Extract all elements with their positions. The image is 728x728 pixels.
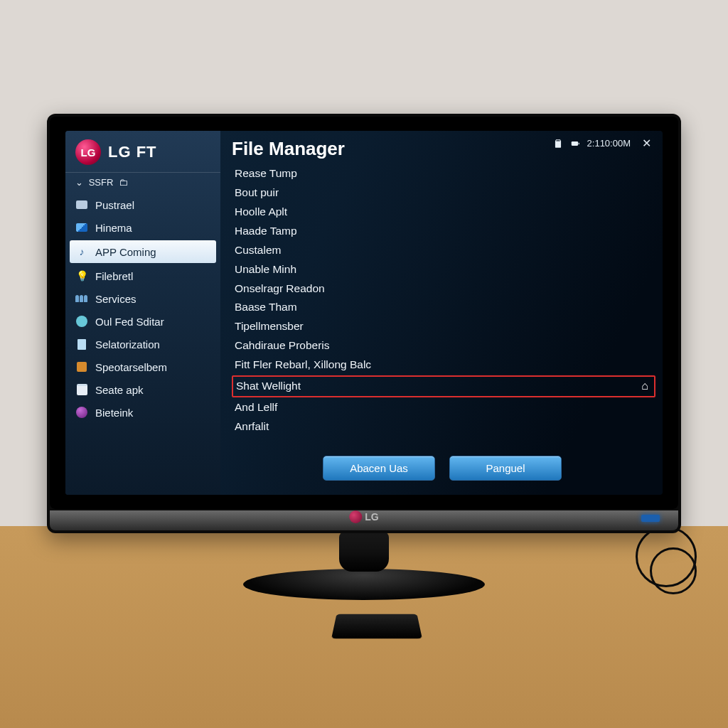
file-item-8[interactable]: Tipellmensber	[232, 317, 655, 336]
sidebar-item-8[interactable]: Seate apk	[65, 378, 220, 401]
file-item-label: Custalem	[235, 244, 281, 256]
primary-action-button[interactable]: Abacen Uas	[323, 456, 435, 481]
tv-stand-base	[243, 569, 485, 600]
file-item-label: Hoolle Aplt	[235, 205, 287, 218]
sidebar-category-label: SSFR	[89, 177, 114, 188]
file-item-11[interactable]: Shat Wellight⌂	[232, 375, 655, 397]
file-item-label: Anrfalit	[235, 420, 269, 432]
sidebar-list: PustraelHinema♪APP Coming💡FilebretlServi…	[65, 192, 220, 424]
tv-frame: 2:110:00M ✕ LG LG FT SSFR 🗀 Pus	[47, 114, 681, 533]
sidebar-item-label: Oul Fed Sditar	[95, 316, 164, 328]
screen: 2:110:00M ✕ LG LG FT SSFR 🗀 Pus	[65, 131, 663, 495]
sidebar-item-9[interactable]: Bieteink	[65, 401, 220, 424]
scene-root: 2:110:00M ✕ LG LG FT SSFR 🗀 Pus	[0, 0, 728, 728]
folder-icon: 🗀	[119, 177, 128, 188]
brand-block: LG LG FT	[65, 131, 220, 172]
sidebar-item-label: APP Coming	[95, 246, 156, 258]
bag-icon	[75, 383, 88, 396]
secondary-action-button[interactable]: Panguel	[449, 456, 562, 481]
tv-brand-badge: LG	[349, 510, 378, 523]
music-icon: ♪	[75, 245, 88, 258]
sidebar-item-4[interactable]: Services	[65, 287, 220, 310]
sidebar-item-2[interactable]: ♪APP Coming	[70, 240, 216, 263]
file-item-6[interactable]: Onselragr Readon	[232, 279, 655, 299]
file-item-7[interactable]: Baase Tham	[232, 298, 655, 317]
file-list: Rease TumpBout puirHoolle ApltHaade Tamp…	[229, 164, 655, 437]
file-item-label: Shat Wellight	[236, 380, 301, 392]
sidebar-category[interactable]: SSFR 🗀	[65, 172, 220, 192]
sidebar-item-label: Bieteink	[95, 407, 133, 419]
home-icon: ⌂	[641, 378, 648, 394]
sidebar-item-label: Selatorization	[95, 338, 160, 350]
sidebar-item-6[interactable]: Selatorization	[65, 333, 220, 355]
file-item-1[interactable]: Bout puir	[232, 183, 655, 203]
sidebar-item-label: Speotarselbem	[95, 361, 167, 373]
file-item-4[interactable]: Custalem	[232, 241, 655, 260]
sidebar-item-5[interactable]: Oul Fed Sditar	[65, 310, 220, 333]
file-item-9[interactable]: Cahdiraue Proberis	[232, 336, 655, 355]
sidebar-item-label: Seate apk	[95, 384, 144, 396]
main-panel: File Manager Rease TumpBout puirHoolle A…	[229, 135, 655, 489]
gear-icon	[75, 315, 88, 328]
sidebar: LG LG FT SSFR 🗀 PustraelHinema♪APP Comin…	[65, 131, 220, 495]
sidebar-item-label: Hinema	[95, 222, 132, 234]
sidebar-item-3[interactable]: 💡Filebretl	[65, 264, 220, 287]
cable-bundle	[628, 519, 714, 619]
brand-title: LG FT	[108, 143, 157, 161]
bulb-icon: 💡	[75, 269, 88, 282]
page-icon	[75, 338, 88, 350]
file-item-label: Baase Tham	[235, 301, 297, 313]
tv-brand-text: LG	[365, 511, 378, 523]
file-item-label: Tipellmensber	[235, 320, 304, 332]
page-title: File Manager	[232, 138, 655, 160]
tv-bezel: 2:110:00M ✕ LG LG FT SSFR 🗀 Pus	[50, 117, 678, 509]
sidebar-item-label: Services	[95, 293, 136, 305]
file-item-label: Cahdiraue Proberis	[235, 339, 330, 351]
tv-power-led	[641, 515, 660, 522]
file-item-3[interactable]: Haade Tamp	[232, 222, 655, 241]
file-item-2[interactable]: Hoolle Aplt	[232, 203, 655, 222]
action-bar: Abacen Uas Panguel	[323, 456, 562, 481]
sidebar-item-1[interactable]: Hinema	[65, 216, 220, 239]
file-item-label: Bout puir	[235, 186, 279, 198]
file-item-13[interactable]: Anrfalit	[232, 417, 655, 437]
lg-dot-icon	[349, 510, 362, 523]
file-item-label: Rease Tump	[235, 167, 297, 179]
lg-logo-icon: LG	[75, 139, 101, 165]
sidebar-item-label: Pustrael	[95, 199, 134, 211]
tv-stand-neck	[339, 532, 389, 572]
img-icon	[75, 221, 88, 234]
file-item-label: Unable Minh	[235, 263, 296, 275]
file-item-label: Onselragr Readon	[235, 282, 325, 294]
people-icon	[75, 292, 88, 305]
ball-icon	[75, 406, 88, 419]
remote-control	[331, 614, 422, 639]
sidebar-item-0[interactable]: Pustrael	[65, 193, 220, 216]
tv-bezel-bottom: LG	[50, 510, 678, 530]
file-item-5[interactable]: Unable Minh	[232, 260, 655, 279]
file-item-10[interactable]: Fitt Fler Rebarl, Xillong Balc	[232, 355, 655, 375]
box-icon	[75, 198, 88, 211]
lg-logo-text: LG	[81, 146, 96, 159]
sidebar-item-7[interactable]: Speotarselbem	[65, 355, 220, 378]
file-item-label: Haade Tamp	[235, 225, 297, 237]
file-item-0[interactable]: Rease Tump	[232, 164, 655, 183]
sidebar-item-label: Filebretl	[95, 270, 133, 282]
file-item-12[interactable]: And Lellf	[232, 398, 655, 417]
sq-icon	[75, 360, 88, 373]
file-item-label: Fitt Fler Rebarl, Xillong Balc	[235, 358, 371, 370]
file-item-label: And Lellf	[235, 401, 277, 413]
